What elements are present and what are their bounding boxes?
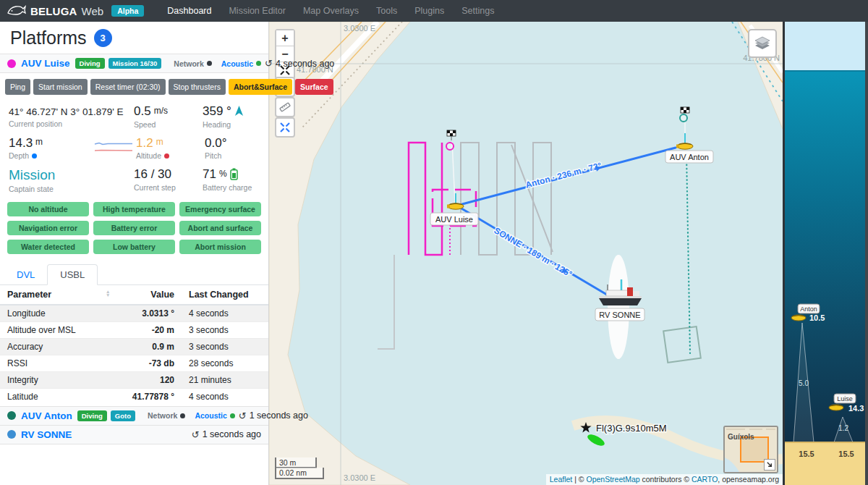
- alert-battery-error[interactable]: Battery error: [93, 221, 175, 235]
- alert-abort-and-surface[interactable]: Abort and surface: [179, 221, 261, 235]
- center-vehicle-button[interactable]: [275, 117, 295, 138]
- nav-map-overlays[interactable]: Map Overlays: [294, 0, 367, 22]
- nav-tools[interactable]: Tools: [367, 0, 406, 22]
- measure-button[interactable]: [275, 97, 295, 117]
- telemetry-current-step: 16 / 30 Current step: [134, 167, 203, 193]
- scrollbar-strip[interactable]: [865, 22, 868, 485]
- anton-waypoint-circle[interactable]: [680, 114, 687, 122]
- table-row: Accuracy0.9 m3 seconds: [0, 338, 268, 355]
- luise-depth-chip-label: Luise: [837, 395, 853, 402]
- acoustic-status-dot: [230, 413, 235, 418]
- anton-map-label: AUV Anton: [670, 153, 709, 161]
- carto-link[interactable]: CARTO: [692, 475, 718, 484]
- minimap-toggle-button[interactable]: [764, 459, 775, 471]
- vehicle-row-luise[interactable]: AUV Luise Diving Mission 16/30 Network A…: [0, 54, 268, 73]
- luise-waypoint-circle[interactable]: [446, 143, 454, 150]
- anton-seabed-value: 15.5: [799, 450, 814, 458]
- table-row: Longitude3.0313 °4 seconds: [0, 305, 268, 322]
- vehicle-tracks: [452, 122, 690, 353]
- table-row: Altitude over MSL-20 m3 seconds: [0, 321, 268, 338]
- battery-icon: [230, 168, 238, 180]
- col-value[interactable]: Value: [108, 285, 182, 305]
- map-depth-divider: [783, 22, 785, 485]
- history-icon: ↺: [265, 59, 273, 68]
- minimap[interactable]: Guíxols: [723, 426, 778, 473]
- minimap-extent-rect: [741, 437, 768, 462]
- geofence-rectangle: [663, 326, 701, 363]
- anton-goto-badge: Goto: [111, 410, 135, 421]
- luise-track: [409, 143, 476, 255]
- col-last-changed[interactable]: Last Changed: [182, 285, 268, 305]
- tab-dvl[interactable]: DVL: [4, 265, 47, 284]
- sonne-color-dot: [7, 430, 16, 439]
- center-vehicle-icon: [280, 122, 290, 132]
- minimap-toggle-icon: [766, 461, 773, 468]
- luise-state-badge: Diving: [75, 58, 105, 69]
- network-label: Network: [174, 59, 203, 68]
- ping-button[interactable]: Ping: [5, 79, 30, 95]
- anton-altitude-value: 5.0: [799, 379, 809, 387]
- alert-low-battery[interactable]: Low battery: [93, 240, 175, 254]
- tab-usbl[interactable]: USBL: [47, 264, 98, 285]
- alert-navigation-error[interactable]: Navigation error: [7, 221, 89, 235]
- anton-color-dot: [7, 411, 16, 420]
- anton-name[interactable]: AUV Anton: [21, 410, 72, 421]
- platforms-count-badge: 3: [94, 29, 112, 47]
- acoustic-status-dot: [256, 61, 261, 66]
- nav-mission-editor[interactable]: Mission Editor: [220, 0, 294, 22]
- alert-high-temperature[interactable]: High temperature: [93, 202, 175, 216]
- alert-no-altitude[interactable]: No altitude: [7, 202, 89, 216]
- luise-action-bar: Ping Start mission Reset timer (02:30) S…: [0, 73, 268, 100]
- reset-timer-button[interactable]: Reset timer (02:30): [90, 79, 166, 95]
- luise-mission-badge: Mission 16/30: [109, 58, 162, 69]
- leaflet-link[interactable]: Leaflet: [550, 475, 573, 484]
- luise-telemetry: 41° 46.727' N 3° 01.879' E Current posit…: [0, 100, 268, 193]
- history-icon: ↺: [239, 411, 247, 421]
- zoom-control: + −: [275, 29, 295, 80]
- surface-button[interactable]: Surface: [295, 79, 333, 95]
- auv-anton-marker[interactable]: [676, 133, 693, 149]
- depth-profile-panel: Anton 10.5 5.0 15.5 Luise 14.3 1.2 15.5: [785, 22, 865, 485]
- luise-goal-flag-icon[interactable]: [447, 130, 456, 140]
- scale-nautical: 0.02 nm: [275, 468, 324, 479]
- telemetry-heading: 359 ° Heading: [203, 104, 244, 129]
- layers-button[interactable]: [748, 29, 777, 58]
- alert-water-detected[interactable]: Water detected: [7, 240, 89, 254]
- luise-last-update: ↺ 4 seconds ago: [265, 59, 334, 69]
- lighthouse-label: Fl(3)G.9s10m5M: [596, 423, 667, 434]
- leaflet-map[interactable]: 3.0300 E 3.0300 E 41.7800 N 41.7800 N: [269, 22, 783, 485]
- alert-abort-mission[interactable]: Abort mission: [179, 240, 261, 254]
- vehicle-row-sonne[interactable]: RV SONNE ↺ 1 seconds ago: [0, 426, 268, 444]
- brand: BELUGA Web Alpha: [7, 4, 144, 17]
- luise-acoustic-status: Acoustic: [221, 59, 261, 68]
- vehicle-row-anton[interactable]: AUV Anton Diving Goto Network Acoustic ↺…: [0, 406, 268, 426]
- alert-emergency-surface[interactable]: Emergency surface: [179, 202, 261, 216]
- zoom-in-button[interactable]: +: [276, 30, 294, 46]
- col-parameter[interactable]: Parameter ▲▼: [0, 285, 108, 305]
- anton-depth-chip-label: Anton: [800, 305, 817, 313]
- scale-metric: 30 m: [275, 457, 317, 469]
- lon-grid-label-top: 3.0300 E: [344, 24, 375, 33]
- nav-plugins[interactable]: Plugins: [406, 0, 453, 22]
- luise-name[interactable]: AUV Luise: [21, 58, 70, 69]
- nav-dashboard[interactable]: Dashboard: [158, 0, 220, 22]
- layers-icon: [754, 36, 770, 51]
- brand-name: BELUGA: [30, 5, 77, 17]
- stop-thrusters-button[interactable]: Stop thrusters: [169, 79, 226, 95]
- table-row: Integrity12021 minutes: [0, 371, 268, 388]
- depth-altitude-sparkline: [94, 136, 136, 161]
- anton-state-badge: Diving: [77, 410, 107, 421]
- telemetry-battery: 71% Battery charge: [203, 167, 252, 193]
- luise-altitude-value: 1.2: [838, 424, 848, 432]
- anton-goal-flag-icon[interactable]: [681, 107, 689, 113]
- page-title: Platforms 3: [0, 22, 268, 54]
- anton-depth-icon: [791, 315, 806, 321]
- water-column: [785, 71, 865, 442]
- nav-settings[interactable]: Settings: [453, 0, 503, 22]
- start-mission-button[interactable]: Start mission: [33, 79, 88, 95]
- table-row: Latitude41.77878 °4 seconds: [0, 388, 268, 405]
- abort-surface-button[interactable]: Abort&Surface: [229, 79, 292, 95]
- osm-link[interactable]: OpenStreetMap: [586, 475, 639, 484]
- luise-map-label: AUV Luise: [435, 215, 473, 224]
- sonne-name[interactable]: RV SONNE: [21, 429, 72, 440]
